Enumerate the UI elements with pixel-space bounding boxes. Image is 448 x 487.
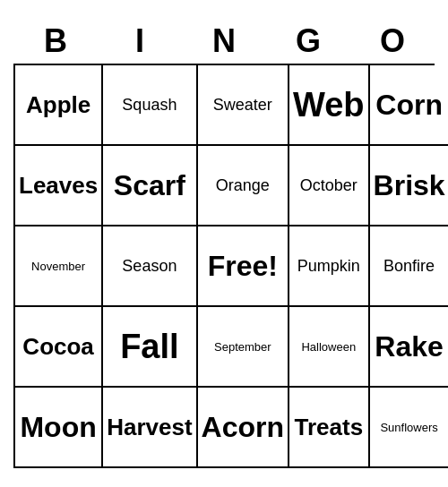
cell-text: Harvest	[107, 414, 192, 441]
header-letter: B	[13, 19, 98, 64]
bingo-cell: Web	[289, 65, 370, 146]
cell-text: Season	[122, 257, 177, 276]
cell-text: Bonfire	[383, 257, 435, 276]
bingo-cell: Scarf	[103, 146, 197, 226]
cell-text: Free!	[208, 250, 278, 283]
cell-text: Moon	[20, 411, 96, 444]
cell-text: September	[214, 340, 271, 354]
bingo-card: BINGO AppleSquashSweaterWebCornLeavesSca…	[13, 19, 435, 468]
bingo-cell: Cocoa	[15, 307, 103, 388]
bingo-cell: November	[15, 226, 103, 307]
bingo-cell: Rake	[370, 307, 448, 388]
cell-text: Squash	[122, 96, 177, 115]
header-letter: N	[182, 19, 266, 64]
bingo-cell: Corn	[370, 65, 448, 146]
bingo-cell: Sunflowers	[370, 388, 448, 468]
cell-text: Halloween	[301, 340, 356, 354]
header-letter: O	[350, 19, 435, 64]
cell-text: Sunflowers	[380, 421, 437, 434]
bingo-cell: Harvest	[103, 388, 197, 468]
cell-text: Acorn	[202, 411, 284, 444]
header-letter: G	[266, 19, 350, 64]
cell-text: Scarf	[114, 169, 185, 202]
bingo-cell: Brisk	[370, 146, 448, 226]
bingo-cell: Free!	[198, 226, 289, 307]
cell-text: November	[31, 260, 85, 273]
bingo-cell: Apple	[15, 65, 103, 146]
bingo-cell: Leaves	[15, 146, 103, 226]
bingo-cell: Pumpkin	[289, 226, 370, 307]
bingo-cell: Bonfire	[370, 226, 448, 307]
bingo-cell: Orange	[198, 146, 289, 226]
cell-text: Brisk	[374, 169, 445, 202]
bingo-cell: September	[198, 307, 289, 388]
cell-text: October	[300, 176, 358, 195]
cell-text: Fall	[120, 328, 178, 366]
header-letter: I	[98, 19, 182, 64]
cell-text: Treats	[295, 414, 364, 441]
bingo-cell: Fall	[103, 307, 197, 388]
cell-text: Apple	[26, 91, 90, 119]
bingo-cell: Halloween	[289, 307, 370, 388]
bingo-grid: AppleSquashSweaterWebCornLeavesScarfOran…	[13, 64, 435, 468]
bingo-cell: October	[289, 146, 370, 226]
bingo-cell: Acorn	[198, 388, 289, 468]
cell-text: Cocoa	[22, 333, 93, 361]
cell-text: Corn	[375, 89, 443, 122]
cell-text: Pumpkin	[297, 257, 360, 276]
cell-text: Rake	[375, 330, 444, 363]
cell-text: Leaves	[19, 172, 98, 200]
cell-text: Sweater	[213, 96, 272, 115]
cell-text: Orange	[216, 176, 270, 195]
bingo-cell: Treats	[289, 388, 370, 468]
bingo-cell: Sweater	[198, 65, 289, 146]
bingo-cell: Season	[103, 226, 197, 307]
bingo-cell: Squash	[103, 65, 197, 146]
cell-text: Web	[293, 86, 365, 124]
bingo-cell: Moon	[15, 388, 103, 468]
bingo-header: BINGO	[13, 19, 435, 64]
